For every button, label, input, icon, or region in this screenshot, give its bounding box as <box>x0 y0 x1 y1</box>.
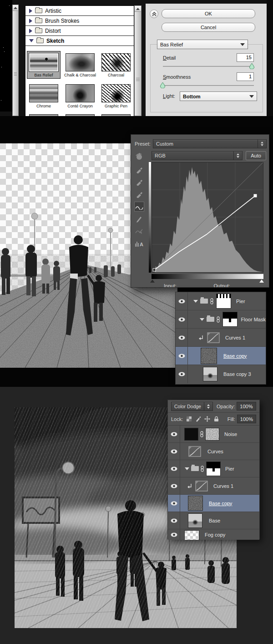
group-caret-icon[interactable] <box>185 467 189 470</box>
lock-transparency-icon[interactable] <box>186 416 192 422</box>
layer-name[interactable]: Noise <box>224 431 237 437</box>
visibility-eye-icon[interactable] <box>176 347 188 365</box>
folder-artistic[interactable]: Artistic <box>25 6 134 16</box>
curves-adjustment-icon[interactable] <box>188 446 201 457</box>
visibility-eye-icon[interactable] <box>168 495 180 512</box>
visibility-eye-icon[interactable] <box>168 477 180 494</box>
folder-distort[interactable]: Distort <box>25 26 134 36</box>
ok-button[interactable]: OK <box>162 9 255 18</box>
layer-thumbnail-noise[interactable] <box>188 496 203 511</box>
layer-name[interactable]: Curves 1 <box>213 483 233 489</box>
layer-thumbnail-transparent[interactable] <box>184 530 199 540</box>
layer-row-curves-1[interactable]: Curves 1 <box>168 477 259 495</box>
smoothness-value-input[interactable]: 1 <box>237 72 254 81</box>
black-point-eyedropper[interactable] <box>134 165 144 175</box>
smooth-curve-tool[interactable] <box>134 226 144 236</box>
layer-name[interactable]: Base copy <box>209 501 232 506</box>
layer-row-fog-copy[interactable]: Fog copy <box>168 529 259 540</box>
layer-name[interactable]: Floor Mask <box>241 317 266 322</box>
expand-arrow-icon[interactable] <box>29 19 32 23</box>
group-caret-icon[interactable] <box>193 300 198 303</box>
layer-mask-thumbnail-noise[interactable] <box>205 428 219 441</box>
detail-value-input[interactable]: 15 <box>237 53 254 62</box>
smoothness-slider-track[interactable] <box>163 85 254 86</box>
edit-points-tool-selected[interactable] <box>134 202 144 212</box>
opacity-value[interactable]: 100% <box>237 402 256 411</box>
pencil-tool[interactable] <box>134 214 144 224</box>
group-caret-icon[interactable] <box>200 318 204 321</box>
gray-point-eyedropper[interactable] <box>134 177 144 187</box>
layer-mask-thumbnail[interactable] <box>216 294 231 309</box>
filter-thumb-chalk-charcoal[interactable]: Chalk & Charcoal <box>63 53 97 77</box>
layer-row-floor-mask[interactable]: Floor Mask <box>176 310 266 329</box>
preview-scrollbar[interactable] <box>12 5 19 116</box>
highlight-input-slider[interactable] <box>259 279 264 283</box>
layer-row-pier[interactable]: Pier <box>176 292 266 310</box>
white-point-eyedropper[interactable] <box>134 189 144 199</box>
visibility-eye-icon[interactable] <box>168 460 180 477</box>
filter-select-dropdown[interactable]: Bas Relief <box>157 40 248 49</box>
expand-arrow-icon[interactable] <box>29 9 32 13</box>
layer-row-base-copy[interactable]: Base copy <box>168 495 259 512</box>
lock-all-padlock-icon[interactable] <box>213 416 220 422</box>
cancel-button[interactable]: Cancel <box>162 23 255 32</box>
blend-mode-dropdown[interactable]: Color Dodge <box>171 402 213 411</box>
visibility-eye-icon[interactable] <box>176 292 188 310</box>
curves-adjustment-icon[interactable] <box>207 332 220 343</box>
folder-sketch[interactable]: Sketch <box>25 36 134 46</box>
layer-name[interactable]: Base copy 3 <box>223 371 251 377</box>
visibility-eye-icon[interactable] <box>176 365 188 383</box>
layer-thumbnail-noise[interactable] <box>201 348 217 364</box>
layer-row-noise[interactable]: Noise <box>168 426 259 443</box>
layer-name[interactable]: Base <box>209 518 220 523</box>
collapse-arrow-icon[interactable] <box>29 39 34 42</box>
layer-mask-thumbnail[interactable] <box>206 461 221 476</box>
on-image-adjustment-tool[interactable] <box>134 151 144 161</box>
auto-button[interactable]: Auto <box>246 151 266 160</box>
preset-dropdown[interactable]: Custom <box>153 139 267 148</box>
visibility-eye-icon[interactable] <box>168 443 180 460</box>
fill-value[interactable]: 100% <box>237 415 256 423</box>
visibility-eye-icon[interactable] <box>168 512 180 529</box>
scroll-up-arrow[interactable] <box>13 5 18 11</box>
folder-brush-strokes[interactable]: Brush Strokes <box>25 16 134 26</box>
visibility-eye-icon[interactable] <box>176 310 188 328</box>
layer-name[interactable]: Curves <box>207 449 223 454</box>
layer-name[interactable]: Fog copy <box>205 532 225 538</box>
layer-row-base[interactable]: Base <box>168 512 259 529</box>
visibility-eye-icon[interactable] <box>168 426 180 442</box>
filter-thumb-bas-relief[interactable]: Bas Relief <box>27 51 61 79</box>
expand-arrow-icon[interactable] <box>29 29 32 33</box>
filter-thumb-charcoal[interactable]: Charcoal <box>99 53 133 77</box>
filter-list-scrollbar[interactable] <box>134 5 142 116</box>
layer-thumbnail-photo[interactable] <box>188 513 202 528</box>
layer-row-base-copy[interactable]: Base copy <box>176 347 266 365</box>
filter-thumb-chrome[interactable]: Chrome <box>27 84 61 108</box>
layer-name[interactable]: Pier <box>236 299 245 304</box>
detail-slider-handle[interactable] <box>249 63 254 69</box>
filter-thumb-graphic-pen[interactable]: Graphic Pen <box>99 84 133 108</box>
layer-row-pier[interactable]: Pier <box>168 460 259 477</box>
smoothness-slider-handle[interactable] <box>160 82 165 88</box>
layer-row-base-copy-3[interactable]: Base copy 3 <box>176 365 266 383</box>
histogram-options-icon[interactable]: A <box>134 238 144 248</box>
curves-adjustment-icon[interactable] <box>195 481 208 492</box>
scroll-up-arrow[interactable] <box>135 6 141 12</box>
lock-pixels-brush-icon[interactable] <box>195 416 202 422</box>
detail-slider-track[interactable] <box>163 66 254 67</box>
layer-thumbnail-black[interactable] <box>184 428 198 441</box>
collapse-panel-button[interactable] <box>150 10 158 18</box>
layer-name[interactable]: Pier <box>225 466 234 472</box>
layer-row-curves[interactable]: Curves <box>168 443 259 460</box>
channel-dropdown[interactable]: RGB <box>152 151 243 160</box>
layer-thumbnail-photo[interactable] <box>203 367 217 381</box>
visibility-eye-icon[interactable] <box>176 329 188 346</box>
curves-plot-area[interactable] <box>152 162 263 273</box>
layer-name[interactable]: Curves 1 <box>225 335 245 340</box>
visibility-eye-icon[interactable] <box>168 529 180 540</box>
shadow-input-slider[interactable] <box>150 279 155 283</box>
filter-thumb-conte-crayon[interactable]: Conté Crayon <box>63 84 97 108</box>
light-dropdown[interactable]: Bottom <box>180 91 257 101</box>
lock-position-move-icon[interactable] <box>204 416 211 422</box>
layer-name[interactable]: Base copy <box>223 353 247 359</box>
